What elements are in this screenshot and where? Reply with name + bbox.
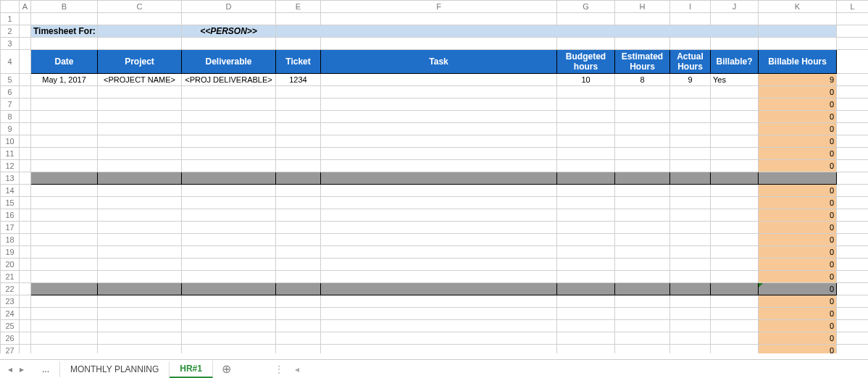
cell-task[interactable] [321,246,557,259]
section-divider-cell[interactable] [711,283,759,295]
cell[interactable] [276,13,321,25]
cell-ticket[interactable] [276,332,321,345]
section-divider-cell[interactable] [98,172,182,185]
cell-deliverable[interactable] [182,98,276,111]
cell-budgeted[interactable] [557,98,615,111]
cell[interactable] [837,160,869,172]
tab-monthly-planning[interactable]: MONTHLY PLANNING [60,361,170,377]
cell[interactable] [20,38,31,50]
cell-deliverable[interactable] [182,222,276,234]
cell-date[interactable] [31,123,98,135]
cell[interactable] [20,332,31,345]
cell[interactable] [20,123,31,135]
col-header[interactable]: L [837,1,869,13]
cell-actual[interactable] [670,308,711,320]
cell[interactable] [837,25,869,38]
col-header[interactable]: D [182,1,276,13]
cell-task[interactable] [321,320,557,332]
cell-deliverable[interactable] [182,295,276,308]
cell-task[interactable] [321,135,557,148]
cell-estimated[interactable] [615,332,670,345]
cell[interactable] [182,38,276,50]
cell-date[interactable] [31,308,98,320]
row-header[interactable]: 11 [1,148,20,160]
cell-billable[interactable] [711,308,759,320]
cell-actual[interactable] [670,111,711,123]
row-header[interactable]: 10 [1,135,20,148]
cell[interactable] [20,185,31,197]
tab-grip-icon[interactable]: ⋮ [269,364,289,374]
section-divider-cell[interactable] [31,172,98,185]
cell[interactable] [837,308,869,320]
billable-hours-cell[interactable]: 0 [759,234,837,246]
timesheet-person[interactable]: <<PERSON>> [182,25,276,38]
header-date[interactable]: Date [31,50,98,74]
cell-ticket[interactable] [276,135,321,148]
cell[interactable] [837,246,869,259]
cell[interactable] [20,172,31,185]
cell-actual[interactable] [670,185,711,197]
cell-billable[interactable] [711,135,759,148]
cell-deliverable[interactable]: <PROJ DELIVERABLE> [182,74,276,86]
cell[interactable] [20,50,31,74]
cell-task[interactable] [321,74,557,86]
section-divider-cell[interactable] [182,172,276,185]
cell-actual[interactable] [670,222,711,234]
cell-date[interactable] [31,320,98,332]
col-header[interactable]: K [759,1,837,13]
row-header[interactable]: 13 [1,172,20,185]
cell-project[interactable] [98,246,182,259]
cell[interactable] [615,38,670,50]
cell-estimated[interactable] [615,246,670,259]
row-header[interactable]: 15 [1,197,20,209]
row-header[interactable]: 8 [1,111,20,123]
cell-budgeted[interactable] [557,234,615,246]
cell-actual[interactable] [670,345,711,354]
billable-hours-cell[interactable]: 0 [759,308,837,320]
cell-estimated[interactable] [615,295,670,308]
cell-project[interactable] [98,185,182,197]
cell-project[interactable]: <PROJECT NAME> [98,74,182,86]
cell-budgeted[interactable] [557,222,615,234]
cell-deliverable[interactable] [182,271,276,283]
row-header[interactable]: 18 [1,234,20,246]
cell[interactable] [837,50,869,74]
cell[interactable] [20,222,31,234]
cell-date[interactable] [31,148,98,160]
cell-deliverable[interactable] [182,246,276,259]
row-header[interactable]: 20 [1,259,20,271]
cell-deliverable[interactable] [182,234,276,246]
cell-date[interactable] [31,197,98,209]
cell-task[interactable] [321,259,557,271]
cell[interactable] [711,13,759,25]
cell-budgeted[interactable] [557,111,615,123]
billable-hours-cell[interactable]: 0 [759,160,837,172]
cell-deliverable[interactable] [182,197,276,209]
tab-next-icon[interactable]: ▸ [16,364,28,374]
cell-actual[interactable] [670,295,711,308]
cell-date[interactable] [31,209,98,222]
section-divider-cell[interactable] [276,172,321,185]
spreadsheet-grid[interactable]: A B C D E F G H I J K L 1 2 Timesheet Fo… [0,0,868,353]
cell[interactable] [837,197,869,209]
cell-estimated[interactable] [615,234,670,246]
cell-budgeted[interactable] [557,148,615,160]
cell-budgeted[interactable] [557,259,615,271]
cell[interactable] [20,86,31,98]
add-sheet-icon[interactable]: ⊕ [213,362,240,376]
cell-project[interactable] [98,98,182,111]
cell[interactable] [20,320,31,332]
cell-task[interactable] [321,295,557,308]
cell[interactable] [98,25,182,38]
cell-project[interactable] [98,308,182,320]
cell-ticket[interactable] [276,209,321,222]
cell[interactable] [20,135,31,148]
cell-date[interactable] [31,185,98,197]
cell-deliverable[interactable] [182,345,276,354]
cell[interactable] [837,86,869,98]
cell-task[interactable] [321,308,557,320]
cell-actual[interactable] [670,123,711,135]
tab-prev-icon[interactable]: ◂ [4,364,16,374]
cell-actual[interactable] [670,320,711,332]
row-header[interactable]: 21 [1,271,20,283]
